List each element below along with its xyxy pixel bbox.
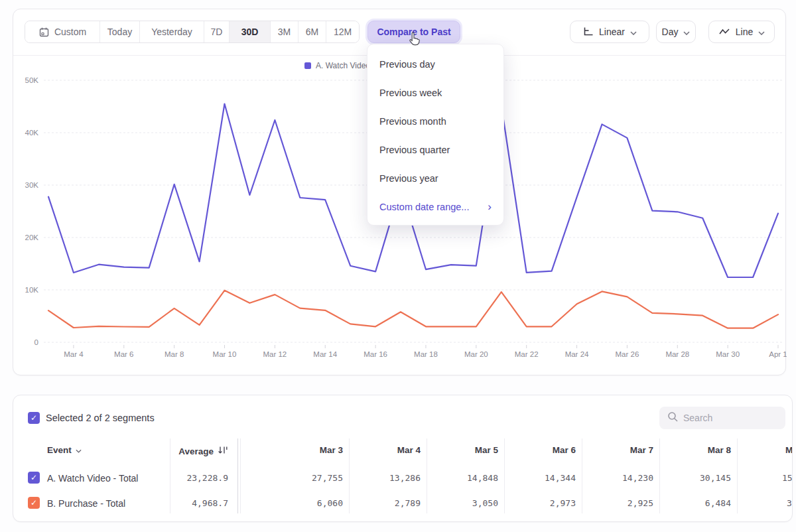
menu-item-previous-day[interactable]: Previous day — [367, 50, 503, 78]
x-axis-tick-label: Mar 18 — [414, 350, 438, 358]
menu-item-previous-quarter[interactable]: Previous quarter — [367, 135, 503, 164]
segment-b-average: 4,968.7 — [192, 498, 228, 508]
search-icon — [667, 411, 678, 425]
x-axis-tick-label: Apr 1 — [769, 350, 787, 358]
column-separator — [504, 438, 505, 513]
date-column-header-mar-7[interactable]: Mar 7 — [630, 445, 653, 455]
series-line-b-purchase-total[interactable] — [48, 291, 778, 328]
menu-item-previous-month[interactable]: Previous month — [367, 107, 503, 135]
pinned-column-separator — [237, 438, 238, 513]
cell-b-clipped: 3, — [787, 498, 793, 508]
select-all-checkbox[interactable]: ✓ — [28, 412, 40, 424]
segment-search[interactable] — [659, 407, 785, 429]
segment-a-average: 23,228.9 — [186, 473, 228, 483]
segments-card: ✓ Selected 2 of 2 segments Event Average… — [13, 395, 793, 522]
selected-summary: Selected 2 of 2 segments — [46, 413, 155, 423]
date-column-header-mar-6[interactable]: Mar 6 — [553, 445, 576, 455]
x-axis-tick-label: Mar 10 — [213, 350, 237, 358]
menu-item-custom-date-range[interactable]: Custom date range...› — [367, 192, 503, 221]
cell-a-mar-8: 30,145 — [700, 473, 731, 483]
x-axis-tick-label: Mar 4 — [64, 350, 84, 358]
cell-b-mar-5: 3,050 — [472, 498, 498, 508]
cell-b-mar-3: 6,060 — [317, 498, 343, 508]
segment-b-label: B. Purchase - Total — [47, 498, 125, 509]
cell-b-mar-8: 6,484 — [705, 498, 731, 508]
compare-to-past-menu: Previous dayPrevious weekPrevious monthP… — [367, 44, 504, 226]
menu-item-previous-week[interactable]: Previous week — [367, 78, 503, 107]
date-column-header-mar-3[interactable]: Mar 3 — [320, 445, 343, 455]
date-column-header-clipped[interactable]: Mar 9 — [785, 445, 793, 455]
x-axis-tick-label: Mar 26 — [616, 350, 639, 358]
y-axis-tick-label: 50K — [25, 76, 39, 84]
segment-a-label: A. Watch Video - Total — [47, 473, 138, 484]
column-separator — [427, 438, 427, 513]
column-separator — [349, 438, 350, 513]
custom-date-range-label: Custom date range... — [379, 202, 469, 212]
x-axis-tick-label: Mar 22 — [515, 350, 539, 358]
cell-a-mar-4: 13,286 — [389, 473, 421, 483]
x-axis-tick-label: Mar 12 — [263, 350, 287, 358]
chevron-right-icon: › — [488, 201, 492, 212]
x-axis-tick-label: Mar 28 — [665, 350, 689, 358]
y-axis-tick-label: 20K — [25, 233, 39, 241]
cell-b-mar-4: 2,789 — [395, 498, 421, 508]
search-input[interactable] — [683, 413, 769, 423]
cell-a-mar-6: 14,344 — [545, 473, 576, 483]
date-column-header-mar-8[interactable]: Mar 8 — [708, 445, 731, 455]
segment-a-checkbox[interactable]: ✓ — [28, 472, 40, 484]
menu-item-previous-year[interactable]: Previous year — [367, 164, 503, 192]
date-column-header-mar-5[interactable]: Mar 5 — [475, 445, 498, 455]
cell-a-mar-3: 27,755 — [312, 473, 343, 483]
y-axis-tick-label: 40K — [25, 129, 39, 137]
x-axis-tick-label: Mar 24 — [565, 350, 589, 358]
cell-b-mar-7: 2,925 — [628, 498, 653, 508]
column-separator — [582, 438, 582, 513]
cell-a-mar-5: 14,848 — [467, 473, 498, 483]
chevron-down-icon — [76, 445, 82, 455]
cell-a-clipped: 15, — [782, 473, 793, 483]
average-column-header[interactable]: Average — [178, 445, 228, 457]
column-separator — [240, 438, 241, 513]
y-axis-tick-label: 30K — [25, 181, 39, 189]
column-separator — [659, 438, 660, 513]
column-separator — [170, 438, 170, 513]
segment-b-checkbox[interactable]: ✓ — [28, 497, 40, 509]
x-axis-tick-label: Mar 16 — [364, 350, 387, 358]
y-axis-tick-label: 0 — [34, 338, 38, 346]
x-axis-tick-label: Mar 30 — [716, 350, 740, 358]
legend-swatch — [304, 62, 311, 69]
y-axis-tick-label: 10K — [25, 286, 39, 294]
cell-a-mar-7: 14,230 — [622, 473, 653, 483]
x-axis-tick-label: Mar 8 — [165, 350, 184, 358]
date-column-header-mar-4[interactable]: Mar 4 — [397, 445, 421, 455]
event-column-header[interactable]: Event — [47, 445, 82, 455]
column-separator — [737, 438, 738, 513]
x-axis-tick-label: Mar 20 — [464, 350, 488, 358]
x-axis-tick-label: Mar 14 — [313, 350, 337, 358]
x-axis-tick-label: Mar 6 — [114, 350, 133, 358]
sort-descending-icon — [218, 445, 228, 457]
cell-b-mar-6: 2,973 — [550, 498, 576, 508]
